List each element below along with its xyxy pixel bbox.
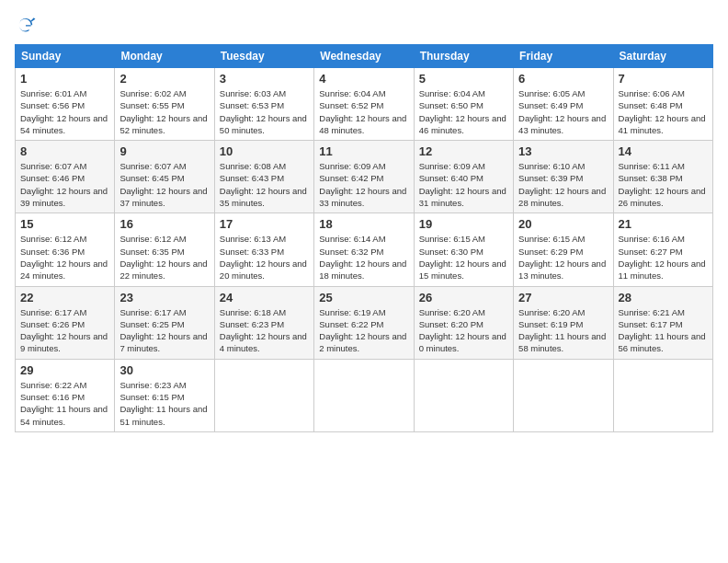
calendar-cell: 25Sunrise: 6:19 AMSunset: 6:22 PMDayligh… xyxy=(314,286,414,359)
day-info: Sunrise: 6:13 AMSunset: 6:33 PMDaylight:… xyxy=(220,233,309,282)
calendar-cell xyxy=(613,359,712,431)
calendar-cell: 16Sunrise: 6:12 AMSunset: 6:35 PMDayligh… xyxy=(115,213,214,286)
day-info: Sunrise: 6:22 AMSunset: 6:16 PMDaylight:… xyxy=(20,379,109,428)
weekday-header: Monday xyxy=(115,45,214,68)
day-info: Sunrise: 6:12 AMSunset: 6:35 PMDaylight:… xyxy=(119,233,209,282)
day-info: Sunrise: 6:17 AMSunset: 6:26 PMDaylight:… xyxy=(20,306,109,355)
day-info: Sunrise: 6:19 AMSunset: 6:22 PMDaylight:… xyxy=(319,306,408,355)
calendar-cell: 21Sunrise: 6:16 AMSunset: 6:27 PMDayligh… xyxy=(613,213,712,286)
day-info: Sunrise: 6:21 AMSunset: 6:17 PMDaylight:… xyxy=(619,306,708,355)
day-number: 8 xyxy=(20,144,109,158)
day-number: 10 xyxy=(220,144,309,158)
calendar-cell: 28Sunrise: 6:21 AMSunset: 6:17 PMDayligh… xyxy=(613,286,712,359)
day-info: Sunrise: 6:07 AMSunset: 6:46 PMDaylight:… xyxy=(20,160,109,209)
calendar-week-row: 8Sunrise: 6:07 AMSunset: 6:46 PMDaylight… xyxy=(16,141,713,213)
calendar-cell: 19Sunrise: 6:15 AMSunset: 6:30 PMDayligh… xyxy=(414,213,513,286)
day-info: Sunrise: 6:18 AMSunset: 6:23 PMDaylight:… xyxy=(220,306,309,355)
day-info: Sunrise: 6:15 AMSunset: 6:30 PMDaylight:… xyxy=(419,233,508,282)
day-info: Sunrise: 6:15 AMSunset: 6:29 PMDaylight:… xyxy=(518,233,608,282)
calendar-week-row: 1Sunrise: 6:01 AMSunset: 6:56 PMDaylight… xyxy=(16,68,713,141)
day-number: 4 xyxy=(319,72,408,86)
day-number: 27 xyxy=(518,291,608,304)
calendar-cell: 18Sunrise: 6:14 AMSunset: 6:32 PMDayligh… xyxy=(314,213,414,286)
calendar-cell: 8Sunrise: 6:07 AMSunset: 6:46 PMDaylight… xyxy=(16,141,115,213)
day-number: 5 xyxy=(419,72,508,86)
day-number: 11 xyxy=(319,144,408,158)
day-info: Sunrise: 6:08 AMSunset: 6:43 PMDaylight:… xyxy=(220,160,309,209)
calendar-cell: 10Sunrise: 6:08 AMSunset: 6:43 PMDayligh… xyxy=(214,141,313,213)
calendar-cell: 9Sunrise: 6:07 AMSunset: 6:45 PMDaylight… xyxy=(115,141,214,213)
day-number: 20 xyxy=(518,217,608,231)
calendar-cell: 24Sunrise: 6:18 AMSunset: 6:23 PMDayligh… xyxy=(214,286,313,359)
calendar-cell: 14Sunrise: 6:11 AMSunset: 6:38 PMDayligh… xyxy=(613,141,712,213)
day-info: Sunrise: 6:12 AMSunset: 6:36 PMDaylight:… xyxy=(20,233,109,282)
calendar-cell: 11Sunrise: 6:09 AMSunset: 6:42 PMDayligh… xyxy=(314,141,414,213)
day-info: Sunrise: 6:09 AMSunset: 6:42 PMDaylight:… xyxy=(319,160,408,209)
day-info: Sunrise: 6:14 AMSunset: 6:32 PMDaylight:… xyxy=(319,233,408,282)
calendar-cell: 22Sunrise: 6:17 AMSunset: 6:26 PMDayligh… xyxy=(16,286,115,359)
page-header xyxy=(15,15,713,37)
calendar-cell: 20Sunrise: 6:15 AMSunset: 6:29 PMDayligh… xyxy=(514,213,613,286)
calendar-cell: 5Sunrise: 6:04 AMSunset: 6:50 PMDaylight… xyxy=(414,68,513,141)
day-number: 3 xyxy=(220,72,309,86)
calendar-cell xyxy=(314,359,414,431)
day-info: Sunrise: 6:20 AMSunset: 6:20 PMDaylight:… xyxy=(419,306,508,355)
day-info: Sunrise: 6:04 AMSunset: 6:50 PMDaylight:… xyxy=(419,87,508,136)
weekday-header: Wednesday xyxy=(314,45,414,68)
day-number: 14 xyxy=(619,144,708,158)
day-number: 1 xyxy=(20,72,109,86)
day-number: 7 xyxy=(619,72,708,86)
calendar-cell: 7Sunrise: 6:06 AMSunset: 6:48 PMDaylight… xyxy=(613,68,712,141)
day-number: 30 xyxy=(119,363,209,377)
day-info: Sunrise: 6:10 AMSunset: 6:39 PMDaylight:… xyxy=(518,160,608,209)
day-number: 13 xyxy=(518,144,608,158)
day-info: Sunrise: 6:01 AMSunset: 6:56 PMDaylight:… xyxy=(20,87,109,136)
calendar-header-row: SundayMondayTuesdayWednesdayThursdayFrid… xyxy=(16,45,713,68)
day-number: 29 xyxy=(20,363,109,377)
day-number: 16 xyxy=(119,217,209,231)
day-number: 9 xyxy=(119,144,209,158)
calendar-cell: 15Sunrise: 6:12 AMSunset: 6:36 PMDayligh… xyxy=(16,213,115,286)
calendar-cell: 6Sunrise: 6:05 AMSunset: 6:49 PMDaylight… xyxy=(514,68,613,141)
day-info: Sunrise: 6:04 AMSunset: 6:52 PMDaylight:… xyxy=(319,87,408,136)
calendar-cell: 2Sunrise: 6:02 AMSunset: 6:55 PMDaylight… xyxy=(115,68,214,141)
calendar-cell: 13Sunrise: 6:10 AMSunset: 6:39 PMDayligh… xyxy=(514,141,613,213)
day-info: Sunrise: 6:17 AMSunset: 6:25 PMDaylight:… xyxy=(119,306,209,355)
calendar-cell: 23Sunrise: 6:17 AMSunset: 6:25 PMDayligh… xyxy=(115,286,214,359)
day-number: 19 xyxy=(419,217,508,231)
weekday-header: Thursday xyxy=(414,45,513,68)
day-number: 18 xyxy=(319,217,408,231)
day-number: 21 xyxy=(619,217,708,231)
calendar-cell: 27Sunrise: 6:20 AMSunset: 6:19 PMDayligh… xyxy=(514,286,613,359)
day-number: 12 xyxy=(419,144,508,158)
calendar-cell xyxy=(214,359,313,431)
calendar-cell: 4Sunrise: 6:04 AMSunset: 6:52 PMDaylight… xyxy=(314,68,414,141)
day-info: Sunrise: 6:16 AMSunset: 6:27 PMDaylight:… xyxy=(619,233,708,282)
day-info: Sunrise: 6:23 AMSunset: 6:15 PMDaylight:… xyxy=(119,379,209,428)
weekday-header: Tuesday xyxy=(214,45,313,68)
day-number: 22 xyxy=(20,291,109,304)
calendar-cell: 12Sunrise: 6:09 AMSunset: 6:40 PMDayligh… xyxy=(414,141,513,213)
day-info: Sunrise: 6:06 AMSunset: 6:48 PMDaylight:… xyxy=(619,87,708,136)
day-info: Sunrise: 6:09 AMSunset: 6:40 PMDaylight:… xyxy=(419,160,508,209)
calendar-week-row: 22Sunrise: 6:17 AMSunset: 6:26 PMDayligh… xyxy=(16,286,713,359)
weekday-header: Friday xyxy=(514,45,613,68)
day-number: 15 xyxy=(20,217,109,231)
day-number: 24 xyxy=(220,291,309,304)
day-number: 26 xyxy=(419,291,508,304)
day-number: 23 xyxy=(119,291,209,304)
calendar-week-row: 15Sunrise: 6:12 AMSunset: 6:36 PMDayligh… xyxy=(16,213,713,286)
weekday-header: Saturday xyxy=(613,45,712,68)
day-number: 25 xyxy=(319,291,408,304)
day-info: Sunrise: 6:03 AMSunset: 6:53 PMDaylight:… xyxy=(220,87,309,136)
day-number: 2 xyxy=(119,72,209,86)
day-info: Sunrise: 6:20 AMSunset: 6:19 PMDaylight:… xyxy=(518,306,608,355)
logo-icon xyxy=(15,15,37,37)
calendar-cell: 1Sunrise: 6:01 AMSunset: 6:56 PMDaylight… xyxy=(16,68,115,141)
calendar-week-row: 29Sunrise: 6:22 AMSunset: 6:16 PMDayligh… xyxy=(16,359,713,431)
day-info: Sunrise: 6:05 AMSunset: 6:49 PMDaylight:… xyxy=(518,87,608,136)
logo xyxy=(15,15,40,37)
calendar-cell: 17Sunrise: 6:13 AMSunset: 6:33 PMDayligh… xyxy=(214,213,313,286)
calendar-cell xyxy=(514,359,613,431)
calendar-cell: 3Sunrise: 6:03 AMSunset: 6:53 PMDaylight… xyxy=(214,68,313,141)
